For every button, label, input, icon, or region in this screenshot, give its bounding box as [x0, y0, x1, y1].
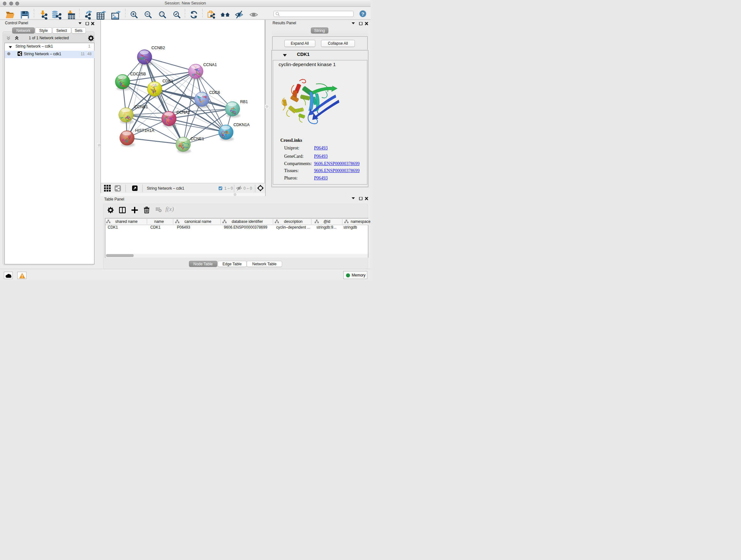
svg-text:CCNB2: CCNB2: [151, 46, 165, 50]
svg-text:RB1: RB1: [240, 100, 248, 104]
svg-text:CCNA1: CCNA1: [203, 63, 217, 67]
svg-text:CCNE1: CCNE1: [191, 137, 204, 141]
svg-text:?: ?: [361, 11, 364, 16]
svg-text:CDC25B: CDC25B: [130, 72, 146, 76]
svg-text:HIST1H1A: HIST1H1A: [135, 128, 154, 133]
svg-text:CDK1: CDK1: [162, 79, 173, 83]
svg-text:CCNB1: CCNB1: [134, 105, 148, 109]
svg-text:CDC6: CDC6: [209, 90, 220, 95]
svg-text:CDKN1A: CDKN1A: [233, 123, 250, 127]
svg-text:CCNA2: CCNA2: [177, 110, 190, 115]
